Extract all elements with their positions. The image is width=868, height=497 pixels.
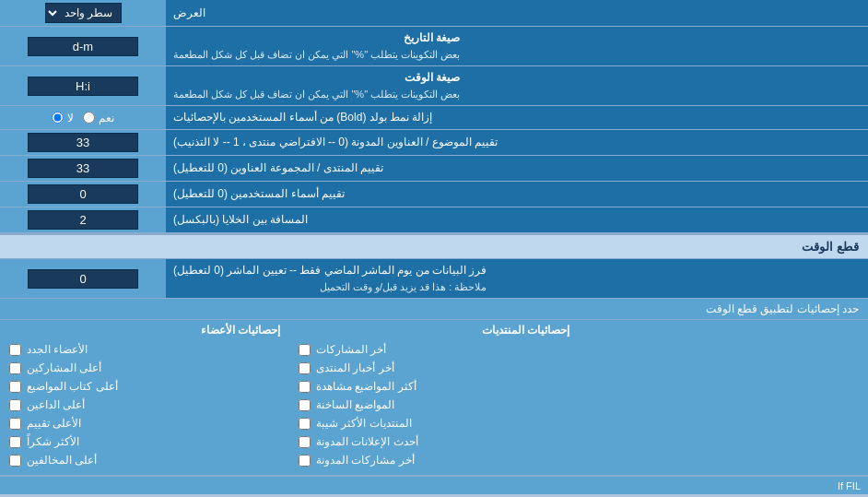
- list-item: أعلى كتاب المواضيع: [9, 377, 280, 396]
- list-item: أخر أخبار المنتدى: [299, 359, 569, 377]
- checkbox-posts-6[interactable]: [299, 436, 311, 448]
- radio-no-label: لا: [67, 112, 74, 124]
- cutoff-note: ملاحظة : هذا قد يزيد قبل/و وقت التحميل: [173, 280, 487, 294]
- topic-order-input[interactable]: [28, 133, 138, 152]
- checkbox-members-1[interactable]: [9, 344, 21, 356]
- list-item: الأعلى تقييم: [9, 414, 280, 432]
- checkbox-members-3[interactable]: [9, 381, 21, 393]
- cell-spacing-label: المسافة بين الخلايا (بالبكسل): [173, 212, 308, 228]
- username-order-label: تقييم أسماء المستخدمين (0 للتعطيل): [173, 186, 345, 202]
- cell-spacing-input[interactable]: [28, 210, 138, 230]
- list-item: أعلى المشاركين: [9, 359, 280, 377]
- bold-remove-yes-radio[interactable]: [83, 112, 95, 124]
- time-format-label: صيغة الوقت: [173, 70, 460, 86]
- cutoff-label: فرز البيانات من يوم الماشر الماضي فقط --…: [173, 263, 487, 278]
- checkbox-posts-5[interactable]: [299, 418, 311, 430]
- topic-order-label: تقييم الموضوع / العناوين المدونة (0 -- ا…: [173, 135, 498, 150]
- list-item: المنتديات الأكثر شيبة: [299, 414, 569, 432]
- list-item: الأعضاء الجدد: [9, 340, 280, 359]
- stats-members-title: إحصائيات الأعضاء: [9, 324, 280, 337]
- stats-apply-label: حدد إحصائيات لتطبيق قطع الوقت: [9, 302, 859, 315]
- cutoff-value-input[interactable]: [28, 269, 138, 289]
- time-format-sublabel: بعض التكوينات يتطلب "%" التي يمكن ان تضا…: [173, 88, 460, 101]
- checkbox-posts-7[interactable]: [299, 455, 311, 467]
- radio-yes-label: نعم: [99, 112, 114, 124]
- display-label: العرض: [173, 6, 205, 21]
- bold-remove-label: إزالة نمط بولد (Bold) من أسماء المستخدمي…: [173, 110, 432, 125]
- checkbox-posts-1[interactable]: [299, 344, 311, 356]
- checkbox-posts-4[interactable]: [299, 399, 311, 411]
- checkbox-members-7[interactable]: [9, 455, 21, 467]
- forum-order-input[interactable]: [28, 159, 138, 178]
- cutoff-section-header: قطع الوقت: [0, 233, 868, 259]
- date-format-label: صيغة التاريخ: [173, 30, 460, 46]
- list-item: أعلى المخالفين: [9, 451, 280, 469]
- checkbox-members-5[interactable]: [9, 418, 21, 430]
- username-order-input[interactable]: [28, 184, 138, 204]
- checkbox-members-2[interactable]: [9, 362, 21, 374]
- if-fil-text: If FIL: [838, 480, 861, 491]
- list-item: أخر مشاركات المدونة: [299, 451, 569, 469]
- list-item: أخر المشاركات: [299, 340, 569, 359]
- list-item: أحدث الإعلانات المدونة: [299, 432, 569, 451]
- list-item: أعلى الداعين: [9, 396, 280, 414]
- bold-remove-no-radio[interactable]: [52, 112, 64, 124]
- date-format-sublabel: بعض التكوينات يتطلب "%" التي يمكن ان تضا…: [173, 48, 460, 62]
- time-format-input[interactable]: [28, 77, 138, 96]
- list-item: أكثر المواضيع مشاهدة: [299, 377, 569, 396]
- checkbox-members-4[interactable]: [9, 399, 21, 411]
- checkbox-members-6[interactable]: [9, 436, 21, 448]
- date-format-input[interactable]: [28, 37, 138, 56]
- list-item: الأكثر شكراً: [9, 432, 280, 451]
- stats-posts-title: إحصائيات المنتديات: [299, 324, 569, 337]
- list-item: المواضيع الساخنة: [299, 396, 569, 414]
- forum-order-label: تقييم المنتدى / المجموعة العناوين (0 للت…: [173, 160, 383, 176]
- checkbox-posts-2[interactable]: [299, 362, 311, 374]
- checkbox-posts-3[interactable]: [299, 381, 311, 393]
- display-select[interactable]: سطر واحد سطرين ثلاثة أسطر: [45, 3, 122, 23]
